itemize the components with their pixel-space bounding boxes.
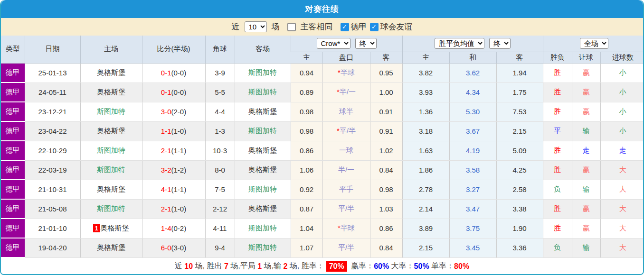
- league-cell: 德甲: [1, 63, 25, 82]
- result-cell: 平: [543, 121, 572, 141]
- avg-away-cell: 3.36: [496, 238, 543, 257]
- odds-home-cell: 0.87: [291, 199, 322, 219]
- away-team-name: 斯图加特: [248, 224, 277, 232]
- away-team-cell: 奥格斯堡: [235, 199, 291, 219]
- fulltime-score: 3-0: [161, 108, 171, 116]
- handicap-cell: *半球: [322, 63, 370, 82]
- avg-home-cell: 1.86: [402, 160, 449, 180]
- goals-result-cell: 小: [600, 82, 644, 102]
- handicap-cell: 平/半: [322, 238, 370, 257]
- score-cell: 1-4(0-2): [142, 219, 205, 238]
- corner-cell: 7-5: [205, 180, 235, 199]
- corner-cell: 10-3: [205, 141, 235, 160]
- handicap-result-cell: 赢: [572, 63, 600, 82]
- goals-result-text: 小: [619, 68, 626, 76]
- result-cell: 胜: [543, 102, 572, 121]
- scope-select[interactable]: 全场: [580, 38, 608, 49]
- league-checkbox[interactable]: [341, 23, 349, 31]
- date-cell: 22-10-29: [25, 141, 80, 160]
- summary-segment: 场,输: [262, 261, 283, 271]
- handicap-cell: *平/半: [322, 121, 370, 141]
- goals-result-text: 大: [619, 243, 626, 251]
- avg-home-cell: 1.63: [402, 141, 449, 160]
- league-cell: 德甲: [1, 141, 25, 160]
- goals-result-cell: 大: [600, 238, 644, 257]
- home-team-name: 斯图加特: [97, 204, 125, 212]
- odds-time-select[interactable]: 终: [355, 38, 377, 49]
- result-text: 负: [554, 185, 561, 193]
- col-header-handicap-result: 让球: [572, 52, 600, 63]
- odds-provider-select[interactable]: Crow*: [317, 38, 350, 49]
- away-team-name: 斯图加特: [248, 127, 277, 135]
- home-team-name: 斯图加特: [97, 165, 125, 174]
- odds-home-cell: 0.89: [291, 82, 322, 102]
- corner-cell: 3-9: [205, 63, 235, 82]
- result-text: 平: [554, 127, 561, 135]
- avg-time-select[interactable]: 终: [489, 38, 511, 49]
- summary-segment: 60%: [374, 262, 389, 271]
- away-team-cell: 奥格斯堡: [235, 141, 291, 160]
- fulltime-score: 4-1: [161, 185, 171, 193]
- corner-cell: 8-0: [205, 160, 235, 180]
- col-header-odds-handicap: 盘口: [322, 52, 370, 63]
- corner-cell: 9-4: [205, 238, 235, 257]
- odds-home-cell: 0.86: [291, 141, 322, 160]
- summary-segment: 10: [184, 262, 193, 271]
- home-team-cell: 奥格斯堡: [80, 238, 142, 257]
- avg-home-cell: 3.93: [402, 82, 449, 102]
- avg-type-select[interactable]: 胜平负均值: [435, 38, 484, 49]
- league-cell: 德甲: [1, 238, 25, 257]
- goals-result-cell: 走: [600, 141, 644, 160]
- away-team-cell: 斯图加特: [235, 180, 291, 199]
- goals-result-text: 大: [619, 185, 626, 193]
- home-team-name: 奥格斯堡: [97, 127, 125, 135]
- handicap-result-text: 输: [583, 127, 590, 135]
- same-venue-checkbox[interactable]: [287, 23, 296, 31]
- corner-cell: 2-12: [205, 199, 235, 219]
- col-header-home: 主场: [80, 36, 142, 63]
- home-team-cell: 奥格斯堡: [80, 180, 142, 199]
- home-team-name: 奥格斯堡: [97, 185, 125, 193]
- table-row: 德甲 23-12-21 斯图加特 3-0(2-0) 4-4 奥格斯堡 0.98 …: [1, 102, 644, 121]
- avg-draw-cell: 3.67: [449, 121, 496, 141]
- result-cell: 胜: [543, 82, 572, 102]
- goals-result-cell: 小: [600, 63, 644, 82]
- home-team-name: 奥格斯堡: [97, 88, 125, 96]
- away-team-cell: 斯图加特: [235, 219, 291, 238]
- away-team-cell: 奥格斯堡: [235, 160, 291, 180]
- near-label: 近: [232, 21, 240, 32]
- handicap-text: 平/半: [338, 204, 354, 212]
- league-cell: 德甲: [1, 160, 25, 180]
- fulltime-score: 0-1: [161, 69, 171, 77]
- goals-result-cell: 大: [600, 160, 644, 180]
- away-team-cell: 斯图加特: [235, 121, 291, 141]
- rank-badge: 1: [93, 224, 99, 232]
- halftime-score: (1-2): [171, 166, 187, 174]
- avg-draw-cell: 4.19: [449, 141, 496, 160]
- result-cell: 胜: [543, 160, 572, 180]
- handicap-result-cell: 赢: [572, 199, 600, 219]
- home-team-name: 斯图加特: [97, 146, 125, 154]
- avg-draw-cell: 3.75: [449, 219, 496, 238]
- date-cell: 21-10-31: [25, 180, 80, 199]
- handicap-cell: 平/半: [322, 199, 370, 219]
- handicap-text: 半/一: [340, 88, 356, 96]
- league-cell: 德甲: [1, 219, 25, 238]
- col-header-score: 比分(半场): [142, 36, 205, 63]
- halftime-score: (0-2): [171, 224, 187, 232]
- avg-away-cell: 4.25: [496, 160, 543, 180]
- away-team-name: 奥格斯堡: [248, 107, 277, 115]
- home-team-cell: 斯图加特: [80, 141, 142, 160]
- home-team-name: 奥格斯堡: [97, 243, 125, 251]
- odds-home-cell: 0.94: [291, 63, 322, 82]
- odds-away-cell: 0.91: [370, 121, 402, 141]
- friendly-checkbox[interactable]: [370, 23, 379, 31]
- recent-count-select[interactable]: 10: [245, 21, 267, 32]
- date-cell: 24-05-11: [25, 82, 80, 102]
- away-team-cell: 斯图加特: [235, 63, 291, 82]
- same-venue-label: 主客相同: [301, 21, 333, 32]
- col-header-avg-away: 客: [496, 52, 543, 63]
- date-cell: 23-04-22: [25, 121, 80, 141]
- goals-result-text: 大: [619, 165, 626, 174]
- handicap-result-cell: 赢: [572, 160, 600, 180]
